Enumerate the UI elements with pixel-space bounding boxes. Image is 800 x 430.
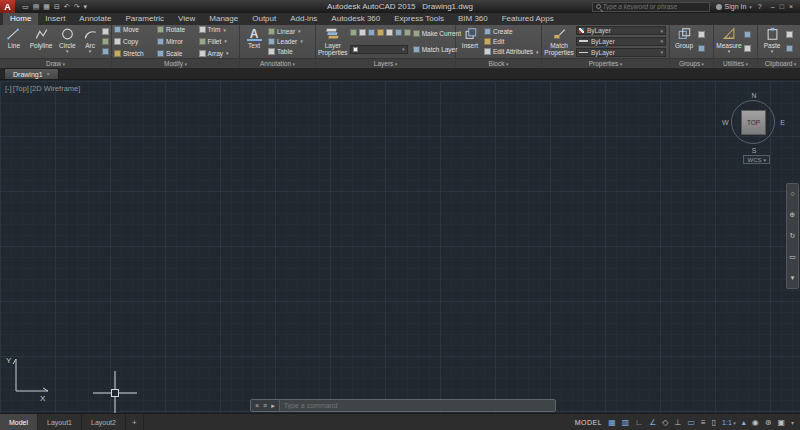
pan-icon[interactable]: ▭ — [789, 253, 796, 261]
text-button[interactable]: A Text — [242, 26, 266, 57]
panel-title-modify[interactable]: Modify — [112, 58, 239, 68]
model-space-toggle[interactable]: MODEL — [575, 419, 602, 426]
scale-button[interactable]: Scale — [157, 50, 194, 57]
orbit-icon[interactable]: ↻ — [790, 232, 796, 240]
make-current-button[interactable]: Make Current — [413, 30, 461, 37]
tab-parametric[interactable]: Parametric — [118, 13, 171, 25]
quick-calc-icon[interactable] — [744, 45, 751, 52]
lineweight-toggle-icon[interactable]: ≡ — [701, 414, 706, 430]
plot-icon[interactable]: ⊟ — [54, 3, 60, 11]
maximize-button[interactable]: □ — [780, 3, 784, 10]
stretch-button[interactable]: Stretch — [114, 50, 152, 57]
linetype-dropdown[interactable]: ByLayer▾ — [576, 48, 666, 57]
layer-lock-icon[interactable] — [368, 29, 375, 36]
linear-button[interactable]: Linear — [268, 28, 303, 35]
tab-autodesk360[interactable]: Autodesk 360 — [324, 13, 387, 25]
layer-color-icon[interactable] — [377, 29, 384, 36]
measure-button[interactable]: Measure — [716, 26, 742, 57]
viewcube-south[interactable]: S — [724, 147, 784, 154]
layer-on-icon[interactable] — [350, 29, 357, 36]
viewcube-west[interactable]: W — [722, 119, 729, 126]
search-icon[interactable] — [596, 4, 601, 9]
drawing-canvas[interactable]: [-] [Top] [2D Wireframe] N W TOP E S WCS… — [0, 81, 800, 413]
hatch-icon[interactable] — [102, 38, 109, 45]
polyline-button[interactable]: Polyline — [28, 26, 55, 57]
match-properties-button[interactable]: Match Properties — [544, 26, 574, 57]
close-icon[interactable]: × — [255, 402, 259, 409]
array-button[interactable]: Array — [199, 50, 237, 57]
viewport-visual-style-control[interactable]: [2D Wireframe] — [30, 84, 80, 93]
viewcube-top-face[interactable]: TOP — [741, 110, 766, 135]
annotation-scale-control[interactable]: 1:1 — [722, 419, 736, 426]
tab-view[interactable]: View — [171, 13, 202, 25]
trim-button[interactable]: Trim — [199, 26, 237, 33]
arc-button[interactable]: Arc — [80, 26, 100, 57]
ungroup-icon[interactable] — [698, 31, 705, 38]
match-layer-button[interactable]: Match Layer — [413, 46, 461, 53]
layout-tab-layout1[interactable]: Layout1 — [38, 414, 82, 430]
snap-toggle-icon[interactable]: ▥ — [622, 414, 630, 430]
recent-commands-icon[interactable]: ▸ — [271, 402, 275, 410]
close-button[interactable]: × — [789, 3, 793, 10]
panel-title-properties[interactable]: Properties — [542, 58, 669, 68]
object-color-dropdown[interactable]: ByLayer▾ — [576, 26, 666, 35]
leader-button[interactable]: Leader — [268, 38, 303, 45]
navbar-more-icon[interactable]: ▾ — [791, 274, 795, 282]
tab-addins[interactable]: Add-ins — [283, 13, 324, 25]
command-line[interactable]: × ≡ ▸ — [250, 399, 556, 412]
annotation-visibility-icon[interactable]: ▴ — [742, 414, 746, 430]
panel-title-clipboard[interactable]: Clipboard — [758, 58, 800, 68]
undo-icon[interactable]: ↶ — [64, 3, 70, 11]
insert-button[interactable]: Insert — [458, 26, 482, 57]
tab-insert[interactable]: Insert — [38, 13, 72, 25]
help-button[interactable]: ? — [758, 3, 762, 10]
layout-tab-model[interactable]: Model — [0, 414, 38, 430]
fillet-button[interactable]: Fillet — [199, 38, 237, 45]
viewport-minimize-control[interactable]: [-] — [5, 84, 12, 93]
qat-dropdown-icon[interactable]: ▾ — [84, 3, 88, 11]
mirror-button[interactable]: Mirror — [157, 38, 194, 45]
create-block-button[interactable]: Create — [484, 28, 539, 35]
line-button[interactable]: Line — [2, 26, 26, 57]
tab-bim360[interactable]: BIM 360 — [451, 13, 495, 25]
layer-freeze-icon[interactable] — [359, 29, 366, 36]
panel-title-draw[interactable]: Draw — [0, 58, 111, 68]
layer-unisolate-icon[interactable] — [395, 29, 402, 36]
tab-output[interactable]: Output — [245, 13, 283, 25]
panel-title-utilities[interactable]: Utilities — [714, 58, 757, 68]
zoom-extents-icon[interactable]: ⊕ — [790, 211, 796, 219]
quick-select-icon[interactable] — [744, 31, 751, 38]
group-edit-icon[interactable] — [698, 45, 705, 52]
edit-block-button[interactable]: Edit — [484, 38, 539, 45]
command-input[interactable] — [280, 402, 555, 409]
object-snap-tracking-icon[interactable]: ⊥ — [674, 414, 681, 430]
search-input[interactable] — [603, 3, 706, 10]
edit-attributes-button[interactable]: Edit Attributes — [484, 48, 539, 55]
new-icon[interactable]: ▭ — [22, 3, 29, 11]
layer-properties-button[interactable]: Layer Properties — [318, 26, 348, 57]
object-snap-icon[interactable]: ▭ — [687, 414, 695, 430]
panel-title-annotation[interactable]: Annotation — [240, 58, 315, 68]
viewcube-east[interactable]: E — [780, 119, 785, 126]
tab-express-tools[interactable]: Express Tools — [387, 13, 451, 25]
minimize-button[interactable]: – — [771, 3, 775, 10]
lineweight-dropdown[interactable]: ByLayer▾ — [576, 37, 666, 46]
rotate-button[interactable]: Rotate — [157, 26, 194, 33]
polar-tracking-icon[interactable]: ∠ — [649, 414, 656, 430]
copy-button[interactable]: Copy — [114, 38, 152, 45]
paste-button[interactable]: Paste — [760, 26, 784, 57]
panel-title-groups[interactable]: Groups — [670, 58, 713, 68]
move-button[interactable]: Move — [114, 26, 152, 33]
wcs-dropdown[interactable]: WCS ▾ — [743, 155, 770, 164]
close-icon[interactable]: × — [47, 71, 51, 77]
customization-gear-icon[interactable]: ⊛ — [765, 414, 772, 430]
layer-off-icon[interactable] — [404, 29, 411, 36]
save-icon[interactable]: ▦ — [43, 3, 50, 11]
isometric-drafting-icon[interactable]: ◇ — [662, 414, 668, 430]
viewcube[interactable]: N W TOP E S — [724, 93, 784, 153]
ortho-toggle-icon[interactable]: ∟ — [635, 414, 643, 430]
panel-title-block[interactable]: Block — [456, 58, 541, 68]
autocad-logo[interactable]: A — [0, 0, 15, 13]
full-navigation-wheel-icon[interactable]: ○ — [790, 190, 794, 198]
circle-button[interactable]: Circle — [56, 26, 78, 57]
